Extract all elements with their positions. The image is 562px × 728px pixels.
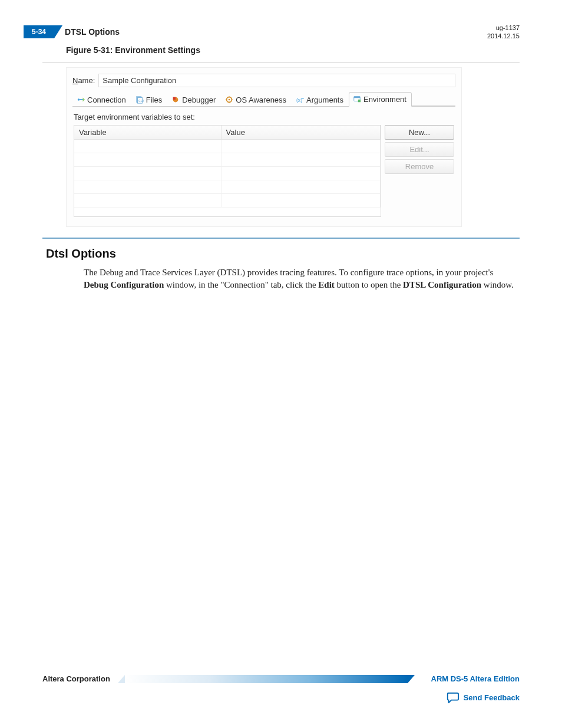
environment-settings-dialog: Name: Connection 010 Files — [66, 67, 462, 227]
footer-product[interactable]: ARM DS-5 Altera Edition — [428, 674, 520, 683]
edit-button[interactable]: Edit... — [385, 142, 454, 157]
environment-icon — [353, 95, 361, 103]
tab-label: Files — [146, 95, 162, 104]
doc-date: 2014.12.15 — [487, 32, 520, 40]
table-row — [74, 180, 381, 194]
env-variables-table[interactable]: Variable Value — [74, 125, 381, 217]
os-awareness-icon — [225, 95, 233, 104]
tab-os-awareness[interactable]: OS Awareness — [221, 93, 292, 107]
header-section-title: DTSL Options — [65, 27, 120, 37]
page-number-badge: 5-34 — [24, 25, 54, 38]
connection-icon — [77, 95, 85, 104]
section-title: Dtsl Options — [46, 247, 520, 261]
divider — [42, 62, 520, 62]
feedback-icon — [446, 691, 459, 703]
new-button[interactable]: New... — [385, 125, 454, 140]
table-row — [74, 140, 381, 153]
svg-rect-1 — [80, 99, 83, 100]
tab-label: Environment — [363, 95, 406, 104]
send-feedback-link[interactable]: Send Feedback — [464, 693, 520, 702]
body-paragraph: The Debug and Trace Services Layer (DTSL… — [84, 266, 520, 292]
tab-arguments[interactable]: (x)= Arguments — [292, 93, 349, 107]
table-row — [74, 167, 381, 180]
tab-connection[interactable]: Connection — [72, 93, 131, 107]
svg-text:=: = — [302, 96, 305, 100]
figure-caption: Figure 5-31: Environment Settings — [66, 45, 520, 55]
svg-text:(x): (x) — [296, 97, 302, 103]
footer-company: Altera Corporation — [42, 674, 114, 683]
table-row — [74, 153, 381, 167]
name-input[interactable] — [98, 74, 455, 87]
column-header-value[interactable]: Value — [222, 126, 381, 139]
env-description: Target environment variables to set: — [74, 113, 454, 121]
page-header: 5-34 DTSL Options ug-1137 2014.12.15 — [42, 24, 520, 41]
table-row — [74, 194, 381, 207]
section-divider — [42, 238, 520, 239]
tab-label: Arguments — [306, 95, 343, 104]
doc-id: ug-1137 — [487, 24, 520, 32]
svg-rect-6 — [173, 97, 176, 100]
column-header-variable[interactable]: Variable — [74, 126, 222, 139]
arguments-icon: (x)= — [296, 95, 304, 104]
tab-environment[interactable]: Environment — [349, 92, 412, 107]
tab-label: OS Awareness — [236, 95, 286, 104]
files-icon: 010 — [135, 95, 144, 104]
footer-stripe — [125, 675, 408, 683]
remove-button[interactable]: Remove — [385, 159, 454, 174]
svg-point-0 — [78, 98, 80, 101]
svg-rect-12 — [354, 97, 361, 98]
name-label: Name: — [72, 76, 95, 85]
debugger-icon — [171, 95, 180, 104]
tab-files[interactable]: 010 Files — [131, 93, 167, 107]
svg-text:010: 010 — [138, 99, 144, 103]
svg-point-8 — [229, 99, 230, 101]
tab-bar: Connection 010 Files Debugger — [72, 92, 455, 107]
tab-debugger[interactable]: Debugger — [167, 93, 221, 107]
svg-rect-13 — [358, 100, 361, 102]
tab-label: Connection — [87, 95, 126, 104]
tab-label: Debugger — [182, 95, 216, 104]
